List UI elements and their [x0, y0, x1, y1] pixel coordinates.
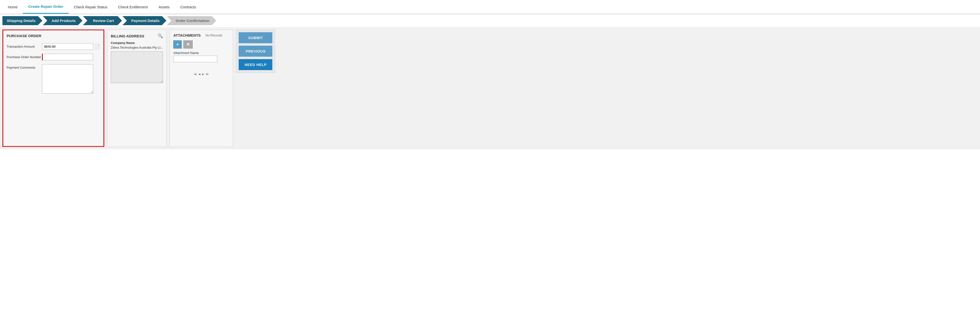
step-review-cart[interactable]: Review Cart — [83, 16, 122, 25]
no-records-label: No Records — [205, 34, 222, 37]
attachment-name-label: Attachment Name — [173, 51, 229, 55]
attachments-title: ATTACHMENTS — [173, 33, 200, 37]
step-payment-details[interactable]: Payment Details — [123, 16, 166, 25]
transaction-amount-input[interactable] — [42, 43, 93, 50]
billing-search-icon[interactable]: 🔍 — [158, 33, 163, 38]
po-number-input-area — [42, 54, 100, 60]
billing-company-name: Zebra Technologies Australia Pty Lt... — [111, 46, 163, 50]
payment-comments-label: Payment Comments — [6, 64, 42, 69]
billing-header: BILLING ADDRESS 🔍 — [111, 33, 163, 38]
pagination-last[interactable]: ⊳ — [206, 72, 209, 76]
billing-address-box[interactable] — [111, 51, 163, 83]
billing-company-label: Company Name — [111, 41, 163, 45]
po-number-input[interactable] — [42, 54, 93, 60]
remove-attachment-button[interactable]: ✕ — [183, 40, 193, 49]
transaction-amount-row: Transaction Amount 📄 — [6, 43, 100, 50]
transaction-amount-input-area: 📄 — [42, 43, 100, 50]
nav-create-repair-order[interactable]: Create Repair Order — [23, 0, 68, 14]
previous-button[interactable]: PREVIOUS — [239, 46, 272, 57]
payment-comments-row: Payment Comments — [6, 64, 100, 94]
nav-contracts[interactable]: Contracts — [175, 0, 201, 13]
submit-button[interactable]: SUBMIT — [239, 32, 272, 43]
add-attachment-button[interactable]: + — [173, 40, 182, 49]
step-add-products[interactable]: Add Products — [43, 16, 83, 25]
steps-bar: Shipping Details Add Products Review Car… — [0, 14, 980, 27]
nav-home[interactable]: Home — [2, 0, 23, 13]
nav-check-entitlement[interactable]: Check Entitlement — [113, 0, 153, 13]
action-buttons-panel: SUBMIT PREVIOUS NEED HELP — [236, 30, 275, 73]
payment-comments-input-area — [42, 64, 100, 94]
main-content: PURCHASE ORDER Transaction Amount 📄 Purc… — [0, 27, 980, 149]
top-navigation: Home Create Repair Order Check Repair St… — [0, 0, 980, 14]
po-number-label: Purchase Order Number — [6, 54, 42, 59]
step-order-confirmation[interactable]: Order Confirmation — [167, 16, 216, 25]
payment-comments-textarea[interactable] — [42, 64, 93, 94]
attachment-name-input[interactable] — [173, 56, 217, 62]
pagination-prev[interactable]: ◂ — [199, 72, 200, 76]
purchase-order-title: PURCHASE ORDER — [6, 34, 100, 39]
nav-check-repair-status[interactable]: Check Repair Status — [68, 0, 113, 13]
nav-assets[interactable]: Assets — [153, 0, 175, 13]
po-number-row: Purchase Order Number — [6, 54, 100, 60]
billing-address-title: BILLING ADDRESS — [111, 34, 144, 38]
step-shipping-details[interactable]: Shipping Details — [2, 16, 43, 25]
attachments-header: ATTACHMENTS No Records — [173, 33, 229, 37]
need-help-button[interactable]: NEED HELP — [239, 59, 272, 70]
transaction-amount-label: Transaction Amount — [6, 43, 42, 48]
pagination-next[interactable]: ▸ — [202, 72, 204, 76]
pagination-bar: ⊲ ◂ ▸ ⊳ — [173, 72, 229, 76]
billing-address-panel: BILLING ADDRESS 🔍 Company Name Zebra Tec… — [107, 30, 167, 147]
document-icon[interactable]: 📄 — [95, 44, 100, 50]
attach-buttons: + ✕ — [173, 40, 229, 49]
pagination-first[interactable]: ⊲ — [194, 72, 197, 76]
purchase-order-panel: PURCHASE ORDER Transaction Amount 📄 Purc… — [2, 30, 104, 147]
attachments-panel: ATTACHMENTS No Records + ✕ Attachment Na… — [170, 30, 233, 147]
